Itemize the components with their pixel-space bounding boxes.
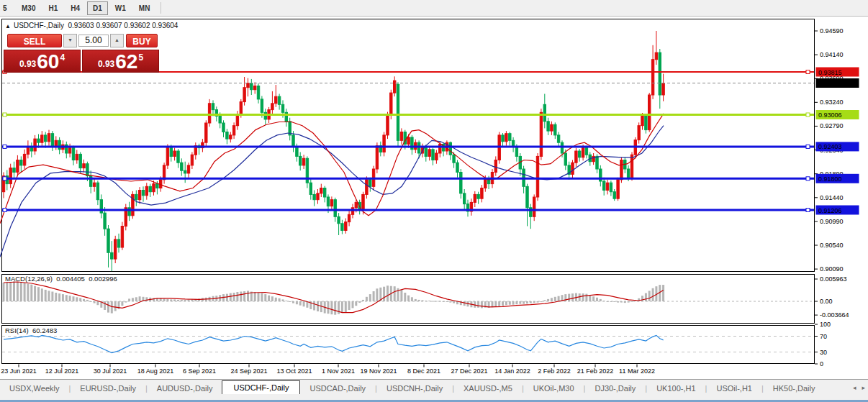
timeframe-button-h1[interactable]: H1	[42, 1, 63, 15]
toolbar-separator	[161, 2, 161, 14]
tab-xauusd-m5[interactable]: XAUUSD-,M5	[454, 382, 522, 395]
macd-indicator-label: MACD(12,26,9) 0.004405 0.002996	[5, 275, 117, 283]
tab-usdchf-daily[interactable]: USDCHF-,Daily	[222, 380, 300, 395]
timeframe-button-m30[interactable]: M30	[16, 1, 41, 15]
buy-button[interactable]: BUY	[126, 34, 158, 47]
timeframe-button-w1[interactable]: W1	[109, 1, 132, 15]
tab-ukoil-m30[interactable]: UKOil-,M30	[524, 382, 584, 395]
buy-price-big: 62	[115, 52, 137, 71]
tab-usoil-h1[interactable]: USOil-,H1	[707, 382, 761, 395]
timeframe-toolbar: 5M30H1H4D1W1MN	[0, 0, 868, 17]
tab-scroll-arrows: ◂▸	[850, 380, 868, 395]
timeframe-button-d1[interactable]: D1	[87, 1, 108, 15]
status-bar	[0, 394, 868, 402]
buy-price-pip: 5	[138, 52, 143, 63]
chart-symbol-label: USDCHF-,Daily	[14, 22, 64, 29]
timeframe-button-mn[interactable]: MN	[133, 1, 156, 15]
collapse-arrow-icon[interactable]: ▲	[5, 23, 11, 29]
rsi-indicator-label: RSI(14) 60.2483	[5, 326, 57, 334]
chart-ohlc-values: 0.93603 0.93607 0.93602 0.93604	[68, 22, 178, 29]
macd-main-value: 0.004405	[56, 275, 85, 283]
tab-usdcad-daily[interactable]: USDCAD-,Daily	[300, 382, 375, 395]
buy-price-panel[interactable]: 0.93 62 5	[82, 50, 159, 73]
sell-price-prefix: 0.93	[19, 59, 36, 69]
chart-title: ▲USDCHF-,Daily 0.93603 0.93607 0.93602 0…	[5, 22, 178, 29]
tab-dj30-daily[interactable]: DJ30-,Daily	[585, 382, 645, 395]
tab-audusd-daily[interactable]: AUDUSD-,Daily	[148, 382, 222, 395]
chart-tab-bar: USDX,Weekly|EURUSD-,Daily|AUDUSD-,DailyU…	[0, 379, 868, 395]
tab-hk50-daily[interactable]: HK50-,Daily	[764, 382, 825, 395]
rsi-value: 60.2483	[32, 326, 57, 334]
sell-button[interactable]: SELL	[7, 34, 62, 47]
buy-price-prefix: 0.93	[98, 59, 114, 69]
sell-price-big: 60	[37, 52, 59, 71]
tab-eurusd-daily[interactable]: EURUSD-,Daily	[71, 382, 145, 395]
volume-increase-button[interactable]: ▲	[110, 34, 124, 47]
tab-scroll-left-icon[interactable]: ◂	[850, 384, 859, 391]
timeframe-button-5[interactable]: 5	[1, 1, 14, 15]
macd-name: MACD(12,26,9)	[5, 275, 53, 283]
tab-uk100-h1[interactable]: UK100-,H1	[647, 382, 705, 395]
tab-usdcnh-daily[interactable]: USDCNH-,Daily	[377, 382, 452, 395]
tab-scroll-right-icon[interactable]: ▸	[859, 384, 868, 391]
one-click-trading-panel: SELL ▼ 5.00 ▲ BUY 0.93 60 4 0.93 62 5	[4, 33, 163, 73]
sell-price-pip: 4	[60, 52, 65, 63]
sell-price-panel[interactable]: 0.93 60 4	[4, 50, 81, 73]
tab-usdx-weekly[interactable]: USDX,Weekly	[0, 382, 68, 395]
rsi-name: RSI(14)	[5, 326, 29, 334]
macd-signal-value: 0.002996	[89, 275, 117, 283]
volume-input[interactable]: 5.00	[78, 35, 109, 47]
timeframe-button-h4[interactable]: H4	[65, 1, 86, 15]
volume-decrease-button[interactable]: ▼	[63, 34, 77, 47]
